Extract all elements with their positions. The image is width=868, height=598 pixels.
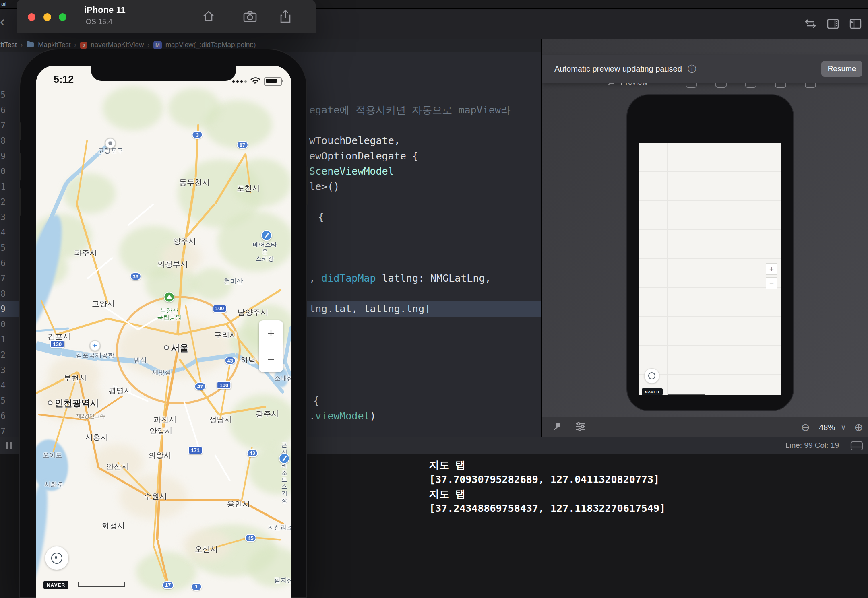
resume-button[interactable]: Resume — [821, 61, 862, 77]
notch — [91, 66, 236, 81]
console-divider — [426, 454, 426, 598]
code-review-icon[interactable] — [804, 18, 817, 30]
map-label: 포천시 — [237, 183, 260, 194]
preview-device-screen: + − NAVER — [639, 143, 781, 395]
map-label: 광주시 — [256, 409, 279, 419]
road-badge: 100 — [217, 381, 231, 389]
map-label: 제2경인고속 — [76, 412, 105, 420]
code-text: lng.lat, latlng.lng] — [309, 301, 430, 317]
breadcrumb-project[interactable]: pkitTest — [0, 41, 17, 49]
battery-icon — [264, 77, 282, 86]
road-badge: 130 — [50, 340, 64, 348]
terrain-green — [103, 86, 163, 130]
terrain-green — [168, 88, 221, 128]
map-label: 팔지산 — [274, 576, 291, 584]
zoom-in-icon[interactable]: ⊕ — [854, 422, 863, 433]
line-number: 87 — [0, 118, 6, 133]
pin-icon[interactable] — [552, 421, 562, 433]
sliders-icon[interactable] — [575, 422, 586, 433]
simulator-title-bar[interactable]: iPhone 11 iOS 15.4 — [17, 0, 316, 33]
map-label: 오이도 — [43, 451, 62, 459]
map-label: 고양시 — [92, 299, 115, 309]
map-road — [184, 401, 200, 450]
map-label: 시화호 — [44, 480, 64, 489]
home-button-icon[interactable] — [202, 10, 215, 25]
line-number: 96 — [0, 256, 6, 271]
current-location-button[interactable] — [45, 546, 68, 570]
screenshot-icon[interactable] — [243, 10, 257, 25]
map-road — [155, 499, 239, 501]
map-label: 인천광역시 — [48, 397, 99, 409]
ski-marker-icon — [279, 453, 290, 464]
wifi-icon — [250, 77, 261, 87]
map-zoom-out-button[interactable]: − — [259, 346, 283, 372]
preview-canvas: Automatic preview updating paused ⓘ Resu… — [541, 39, 868, 437]
map-label: 베어스타운 스키장 — [252, 241, 278, 262]
map-label: 과천시 — [153, 414, 176, 425]
preview-naver-logo: NAVER — [642, 388, 663, 395]
road-badge: 100 — [213, 305, 227, 313]
road-badge: 17 — [162, 581, 174, 589]
map-label: 천마산 — [224, 277, 243, 286]
code-text: ewOptionDelegate { — [309, 148, 418, 164]
add-editor-icon[interactable] — [849, 18, 862, 30]
preview-paused-banner: Automatic preview updating paused ⓘ Resu… — [542, 55, 868, 83]
iphone-screen: 5:12 고랑포구동두천시포천시양주시파주시의정부시베어스타운 스키장천마산고양… — [36, 66, 291, 598]
console-toggle-icon[interactable] — [850, 441, 863, 452]
line-number: 107 — [0, 424, 6, 437]
map-label: 의정부시 — [157, 259, 188, 270]
console-line: [37.24348869758437, 127.11832270617549] — [429, 501, 665, 516]
volume-down-button — [19, 188, 21, 216]
line-number: 102 — [0, 347, 6, 363]
road-badge: 171 — [188, 446, 203, 454]
preview-map-scale — [668, 392, 705, 395]
map-label: 세빛섬 — [152, 368, 171, 377]
map-label: 지산리조트 — [268, 523, 291, 532]
road-badge: 39 — [130, 272, 141, 280]
map-label: 양주시 — [173, 236, 196, 247]
map-label: 남양주시 — [238, 307, 268, 318]
banner-text: Automatic preview updating paused — [554, 64, 682, 74]
volume-up-button — [19, 153, 21, 181]
ski-marker-icon — [261, 230, 272, 241]
preview-zoom-value[interactable]: 48% — [819, 423, 835, 432]
road-badge: 3 — [192, 131, 203, 139]
map-label: 하남 — [241, 355, 256, 365]
map-label: 안산시 — [106, 462, 129, 472]
status-bar-time: 5:12 — [54, 74, 74, 85]
back-chevron-icon[interactable]: ‹ — [0, 14, 5, 29]
chevron-down-icon[interactable]: ∨ — [841, 422, 846, 433]
pause-bars-icon[interactable] — [6, 442, 12, 449]
cellular-icon — [232, 80, 247, 83]
close-window-button[interactable] — [28, 13, 35, 21]
road-badge: 47 — [194, 382, 206, 390]
map-label: 용인시 — [227, 499, 250, 509]
minimize-window-button[interactable] — [43, 13, 51, 21]
port-marker-icon — [105, 138, 116, 149]
simulator-window: iPhone 11 iOS 15.4 5:12 — [17, 0, 316, 598]
info-icon[interactable]: ⓘ — [688, 63, 696, 75]
zoom-window-button[interactable] — [59, 13, 66, 21]
map-road — [214, 454, 231, 482]
menu-partial-text: ail — [1, 1, 6, 7]
line-col-indicator[interactable]: Line: 99 Col: 19 — [785, 441, 839, 450]
zoom-out-icon[interactable]: ⊖ — [801, 422, 810, 433]
map-label: 곤지암리조트 스키장 — [281, 441, 288, 504]
plane-marker-icon — [90, 340, 101, 351]
map-label: 밤섬 — [134, 356, 147, 365]
preview-map-zoom-out: − — [766, 277, 777, 289]
line-number: 98 — [0, 286, 6, 301]
road-badge: 43 — [224, 357, 236, 365]
line-number: 85 — [0, 87, 6, 103]
map-label: 광명시 — [108, 386, 131, 396]
simulator-device-title: iPhone 11 — [84, 5, 126, 15]
map-zoom-in-button[interactable]: + — [259, 320, 283, 346]
naver-map[interactable]: 고랑포구동두천시포천시양주시파주시의정부시베어스타운 스키장천마산고양시북한산 … — [36, 66, 291, 598]
line-number: 92 — [0, 194, 6, 210]
code-text: SceneViewModel — [309, 164, 394, 179]
minimap-icon[interactable] — [826, 18, 840, 30]
code-text: wTouchDelegate, — [309, 133, 400, 148]
map-label: 서울 — [164, 342, 189, 354]
share-icon[interactable] — [279, 10, 292, 25]
line-number: 94 — [0, 225, 6, 240]
